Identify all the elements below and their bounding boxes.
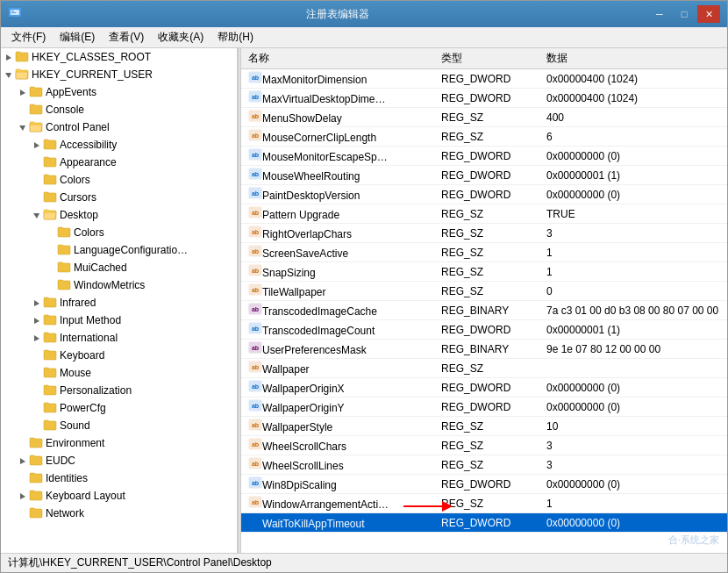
cell-type: REG_DWORD: [434, 69, 539, 89]
tree-item-control_panel[interactable]: Control Panel: [1, 118, 237, 136]
tree-toggle[interactable]: [43, 261, 57, 275]
menu-item[interactable]: 查看(V): [102, 28, 151, 47]
tree-toggle[interactable]: [29, 190, 43, 204]
tree-item-colors[interactable]: Colors: [1, 171, 237, 189]
table-row[interactable]: ab WaitToKillAppTimeoutREG_DWORD0x000000…: [241, 513, 727, 533]
tree-item-appearance[interactable]: Appearance: [1, 154, 237, 171]
menu-item[interactable]: 文件(F): [4, 28, 53, 47]
tree-toggle[interactable]: [29, 313, 43, 327]
tree-toggle[interactable]: [15, 103, 29, 117]
table-row[interactable]: ab Pattern UpgradeREG_SZTRUE: [241, 204, 727, 224]
tree-item-input_method[interactable]: Input Method: [1, 312, 237, 329]
table-row[interactable]: ab UserPreferencesMaskREG_BINARY9e 1e 07…: [241, 340, 727, 359]
tree-toggle[interactable]: [15, 436, 29, 450]
tree-item-accessibility[interactable]: Accessibility: [1, 136, 237, 154]
tree-item-infrared[interactable]: Infrared: [1, 294, 237, 312]
tree-item-powercfg[interactable]: PowerCfg: [1, 399, 237, 417]
minimize-button[interactable]: ─: [648, 5, 671, 23]
registry-table: 名称 类型 数据 ab MaxMonitorDimensionREG_DWORD…: [241, 48, 727, 533]
tree-item-desktop[interactable]: Desktop: [1, 206, 237, 224]
tree-item-lang_config[interactable]: LanguageConfiguratio…: [1, 241, 237, 259]
tree-item-mouse[interactable]: Mouse: [1, 364, 237, 382]
tree-toggle[interactable]: [1, 50, 15, 64]
tree-item-environment[interactable]: Environment: [1, 434, 237, 452]
tree-item-classes_root[interactable]: HKEY_CLASSES_ROOT: [1, 48, 237, 66]
tree-toggle[interactable]: [29, 383, 43, 398]
tree-toggle[interactable]: [29, 208, 43, 222]
menu-item[interactable]: 编辑(E): [53, 28, 102, 47]
tree-item-identities[interactable]: Identities: [1, 469, 237, 487]
table-row[interactable]: ab SnapSizingREG_SZ1: [241, 262, 727, 282]
table-row[interactable]: ab WallpaperREG_SZ: [241, 359, 727, 378]
table-row[interactable]: ab MouseCornerClipLengthREG_SZ6: [241, 127, 727, 147]
tree-toggle[interactable]: [29, 296, 43, 310]
tree-toggle[interactable]: [29, 173, 43, 187]
right-panel[interactable]: 名称 类型 数据 ab MaxMonitorDimensionREG_DWORD…: [241, 48, 727, 553]
tree-toggle[interactable]: [29, 366, 43, 380]
table-row[interactable]: ab WheelScrollCharsREG_SZ3: [241, 436, 727, 455]
tree-item-cursors[interactable]: Cursors: [1, 189, 237, 206]
tree-item-window_metrics[interactable]: WindowMetrics: [1, 276, 237, 294]
tree-toggle[interactable]: [15, 454, 29, 468]
tree-toggle[interactable]: [29, 419, 43, 433]
tree-item-desktop_colors[interactable]: Colors: [1, 224, 237, 241]
right-panel-wrapper: 名称 类型 数据 ab MaxMonitorDimensionREG_DWORD…: [241, 48, 727, 553]
tree-item-appevents[interactable]: AppEvents: [1, 83, 237, 101]
tree-item-current_user[interactable]: HKEY_CURRENT_USER: [1, 66, 237, 83]
table-row[interactable]: ab TranscodedImageCountREG_DWORD0x000000…: [241, 320, 727, 340]
table-row[interactable]: ab MouseMonitorEscapeSp…REG_DWORD0x00000…: [241, 147, 727, 166]
table-row[interactable]: ab PaintDesktopVersionREG_DWORD0x0000000…: [241, 185, 727, 204]
table-row[interactable]: ab WindowArrangementActi…REG_SZ1: [241, 494, 727, 513]
table-row[interactable]: ab TranscodedImageCacheREG_BINARY7a c3 0…: [241, 301, 727, 320]
tree-toggle[interactable]: [29, 401, 43, 415]
cell-type: REG_DWORD: [434, 320, 539, 340]
tree-toggle[interactable]: [15, 506, 29, 520]
table-row[interactable]: ab RightOverlapCharsREG_SZ3: [241, 224, 727, 243]
cell-type: REG_SZ: [434, 204, 539, 224]
tree-toggle[interactable]: [29, 331, 43, 345]
table-row[interactable]: ab WallpaperStyleREG_SZ10: [241, 417, 727, 436]
tree-item-keyboard[interactable]: Keyboard: [1, 347, 237, 364]
tree-item-international[interactable]: International: [1, 329, 237, 347]
tree-toggle[interactable]: [29, 138, 43, 152]
tree-toggle[interactable]: [43, 278, 57, 292]
table-row[interactable]: ab MouseWheelRoutingREG_DWORD0x00000001 …: [241, 166, 727, 185]
cell-name: ab Wallpaper: [241, 359, 434, 378]
table-row[interactable]: ab WallpaperOriginYREG_DWORD0x00000000 (…: [241, 398, 727, 417]
svg-marker-12: [34, 335, 39, 341]
table-row[interactable]: ab Win8DpiScalingREG_DWORD0x00000000 (0): [241, 475, 727, 494]
tree-item-console[interactable]: Console: [1, 101, 237, 118]
col-name-header: 名称: [241, 48, 434, 69]
close-button[interactable]: ✕: [697, 5, 720, 23]
tree-toggle[interactable]: [43, 226, 57, 240]
tree-toggle[interactable]: [15, 489, 29, 503]
tree-item-personalization[interactable]: Personalization: [1, 382, 237, 399]
table-row[interactable]: ab MaxMonitorDimensionREG_DWORD0x0000040…: [241, 69, 727, 89]
tree-item-muilcached[interactable]: MuiCached: [1, 259, 237, 276]
tree-item-sound[interactable]: Sound: [1, 417, 237, 434]
tree-toggle[interactable]: [29, 348, 43, 362]
tree-toggle[interactable]: [15, 471, 29, 485]
tree-panel[interactable]: HKEY_CLASSES_ROOT HKEY_CURRENT_USER AppE…: [1, 48, 238, 553]
cell-name: ab MenuShowDelay: [241, 108, 434, 127]
tree-label-appevents: AppEvents: [46, 86, 96, 98]
tree-item-keyboard_layout[interactable]: Keyboard Layout: [1, 487, 237, 505]
menu-item[interactable]: 帮助(H): [211, 28, 261, 47]
maximize-button[interactable]: □: [673, 5, 696, 23]
menu-item[interactable]: 收藏夹(A): [151, 28, 211, 47]
tree-toggle[interactable]: [15, 120, 29, 134]
tree-item-eudc[interactable]: EUDC: [1, 452, 237, 469]
table-row[interactable]: ab MaxVirtualDesktopDime…REG_DWORD0x0000…: [241, 89, 727, 108]
tree-toggle[interactable]: [1, 68, 15, 82]
title-bar: 注册表编辑器 ─ □ ✕: [1, 1, 727, 27]
table-row[interactable]: ab WheelScrollLinesREG_SZ3: [241, 455, 727, 475]
table-row[interactable]: ab MenuShowDelayREG_SZ400: [241, 108, 727, 127]
tree-toggle[interactable]: [29, 155, 43, 169]
tree-toggle[interactable]: [43, 243, 57, 257]
folder-icon: [29, 103, 43, 117]
table-row[interactable]: ab TileWallpaperREG_SZ0: [241, 282, 727, 301]
table-row[interactable]: ab ScreenSaveActiveREG_SZ1: [241, 243, 727, 262]
tree-toggle[interactable]: [15, 85, 29, 99]
tree-item-network[interactable]: Network: [1, 505, 237, 522]
table-row[interactable]: ab WallpaperOriginXREG_DWORD0x00000000 (…: [241, 378, 727, 398]
